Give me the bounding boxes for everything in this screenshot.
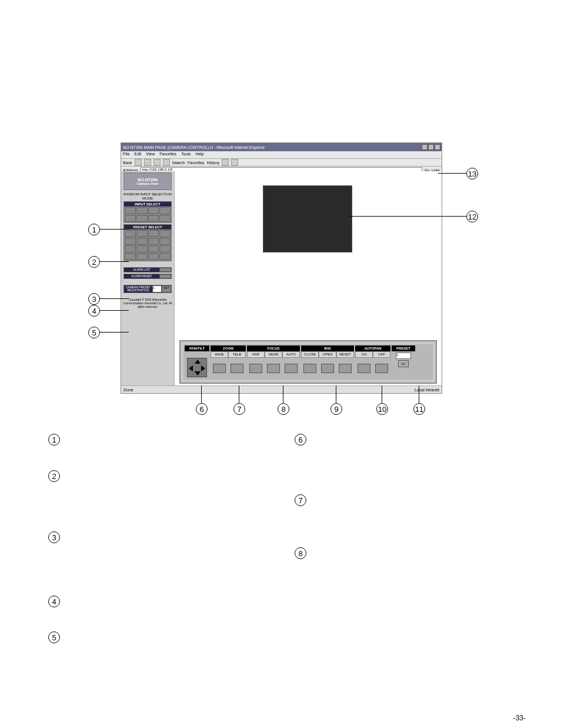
focus-far-label: FAR [247,351,265,358]
input-cell[interactable] [136,207,148,214]
callout-13: 13 [466,168,478,179]
tilt-down-button[interactable] [195,371,201,375]
preset-cell[interactable] [148,230,159,237]
mode-label: RANDOM INPUT SELECTION MODE [121,192,174,200]
history-button[interactable]: History [207,161,220,165]
preset-cell[interactable] [148,245,159,252]
autopan-on-label: ON [355,351,373,358]
preset-cell[interactable] [125,230,136,237]
zoom-tele-button[interactable] [231,364,243,373]
favorites-button[interactable]: Favorites [188,161,205,165]
cpr-number-select[interactable]: 1 [152,285,162,292]
preset-cell[interactable] [136,238,148,245]
zoom-wide-button[interactable] [213,364,226,373]
product-logo: WJ-NT204 Camera View [123,172,172,190]
zoom-tele-label: TELE [228,351,246,358]
search-button[interactable]: Search [172,161,185,165]
preset-cell[interactable] [159,230,171,237]
menu-file[interactable]: File [123,152,129,156]
focus-auto-button[interactable] [285,364,298,373]
desc-marker-4: 4 [48,596,60,607]
menu-help[interactable]: Help [195,152,203,156]
input-cell[interactable] [148,207,159,214]
alarm-list-button[interactable] [159,268,171,272]
preset-cell[interactable] [136,230,148,237]
iris-reset-button[interactable] [339,364,352,373]
menubar: File Edit View Favorites Tools Help [121,151,442,159]
back-button[interactable]: Back [123,161,132,165]
input-cell[interactable] [159,207,171,214]
status-left: Done [123,388,133,392]
menu-favorites[interactable]: Favorites [159,152,176,156]
iris-open-button[interactable] [321,364,334,373]
leader-9 [336,385,336,403]
preset-cell[interactable] [125,253,136,260]
autopan-off-button[interactable] [375,364,388,373]
preset-cell[interactable] [159,238,171,245]
window-buttons [422,144,440,150]
callout-7: 7 [233,403,245,415]
mail-button[interactable] [222,159,229,166]
print-button[interactable] [231,159,238,166]
iris-open-label: OPEN [319,351,336,358]
preset-cell[interactable] [148,238,159,245]
desc-marker-5: 5 [48,631,60,643]
refresh-button[interactable] [153,159,161,166]
leader-7 [239,385,239,403]
focus-near-button[interactable] [267,364,280,373]
leader-11 [419,385,419,403]
home-button[interactable] [163,159,170,166]
input-cell[interactable] [136,215,148,222]
maximize-button[interactable] [428,144,434,150]
input-select-grid [124,207,171,222]
iris-close-button[interactable] [303,364,316,373]
preset-cell[interactable] [159,253,171,260]
page-content: WJ-NT204 Camera View RANDOM INPUT SELECT… [121,171,442,386]
input-cell[interactable] [148,215,159,222]
page-number: -33- [513,714,526,722]
zoom-header: ZOOM [211,345,246,351]
menu-view[interactable]: View [146,152,155,156]
input-cell[interactable] [159,215,171,222]
iris-header: IRIS [301,345,354,351]
pan-left-button[interactable] [189,365,193,371]
preset-cell[interactable] [159,245,171,252]
input-cell[interactable] [125,207,136,214]
focus-auto-label: AUTO [282,351,300,358]
preset-go-button[interactable]: GO [398,360,409,367]
pan-right-button[interactable] [201,365,205,371]
menu-tools[interactable]: Tools [181,152,191,156]
preset-cell[interactable] [136,253,148,260]
cpr-set-button[interactable]: SET [162,285,171,292]
leader-8 [283,385,283,403]
tilt-up-button[interactable] [195,360,201,364]
input-cell[interactable] [125,215,136,222]
close-button[interactable] [435,144,440,150]
alarm-list-label: ALARM LIST [124,268,159,272]
callout-5: 5 [88,327,100,338]
desc-marker-6: 6 [295,434,306,446]
preset-number-input[interactable]: 1 [396,353,411,359]
callout-6: 6 [196,403,208,415]
leader-1 [99,229,129,230]
stop-button[interactable] [144,159,151,166]
live-image-area [263,185,352,252]
control-bar: PAN/TILT ZOOM W [179,340,437,384]
preset-cell[interactable] [136,245,148,252]
preset-cell[interactable] [148,253,159,260]
preset-column: PRESET 1 GO [392,345,415,378]
minimize-button[interactable] [422,144,428,150]
alarm-reset-button[interactable] [159,274,171,278]
menu-edit[interactable]: Edit [134,152,141,156]
callout-11: 11 [413,403,425,415]
leader-13 [438,173,466,174]
forward-button[interactable] [135,159,142,166]
focus-far-button[interactable] [249,364,262,373]
leader-4 [99,310,129,311]
leader-5 [99,332,129,333]
iris-column: IRIS CLOSE OPEN RESET [301,345,354,378]
autopan-on-button[interactable] [358,364,370,373]
preset-cell[interactable] [125,238,136,245]
preset-cell[interactable] [125,245,136,252]
pantilt-header: PAN/TILT [185,345,209,351]
